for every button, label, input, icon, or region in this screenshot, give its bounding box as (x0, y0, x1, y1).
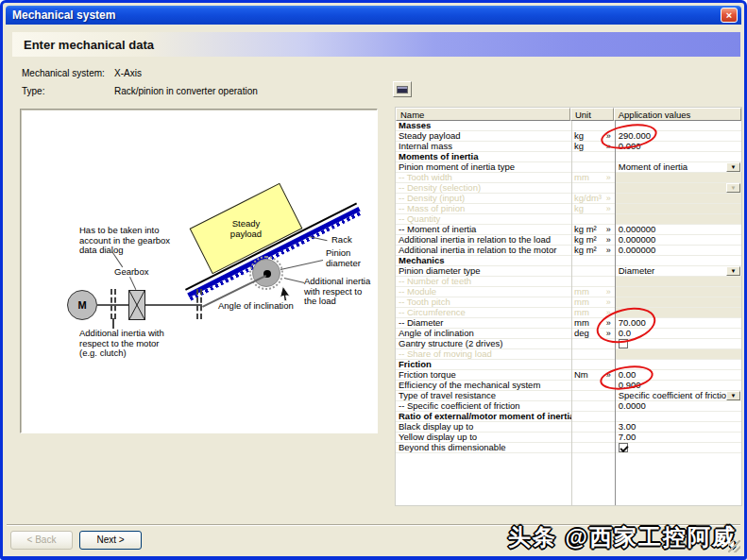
row-name: -- Mass of pinion (396, 204, 571, 213)
row-unit (571, 349, 615, 359)
load-inertia-note: Additional inertia with respect to the l… (304, 277, 370, 307)
row-value-cell: 0.00 (615, 370, 741, 380)
row-unit: kg m²» (571, 235, 615, 245)
table-row: Angle of inclinationdeg»0.0 (396, 329, 741, 339)
unit-text: mm (574, 287, 589, 297)
table-row: -- Circumferencemm» (396, 308, 741, 318)
table-row: -- Quantity (396, 214, 741, 225)
row-name: Type of travel resistance (396, 391, 571, 400)
row-unit: mm» (571, 173, 615, 182)
row-name: -- Density (selection) (396, 183, 571, 193)
unit-select-button[interactable]: » (606, 225, 611, 234)
dropdown-field[interactable]: Moment of inertia (619, 162, 688, 172)
row-name: Mechanics (396, 256, 571, 265)
pinion-gear-icon (252, 259, 280, 287)
title-bar[interactable]: Mechanical system × (6, 6, 741, 25)
row-unit: kg» (571, 204, 615, 213)
screen-icon-button[interactable] (393, 81, 412, 97)
unit-select-button[interactable]: » (606, 246, 611, 255)
row-name: Pinion moment of inertia type (396, 162, 571, 172)
checkbox[interactable] (619, 339, 628, 348)
row-unit: kg/dm³» (571, 194, 615, 203)
value-field[interactable]: 0.900 (619, 381, 641, 390)
table-row: Moments of inertia (396, 152, 741, 162)
row-value-cell (615, 256, 741, 265)
unit-text: kg m² (574, 225, 597, 234)
value-field[interactable]: 0.0000 (619, 401, 646, 411)
row-name: Efficiency of the mechanical system (396, 381, 571, 390)
row-name: Internal mass (396, 142, 571, 151)
row-unit (571, 401, 615, 411)
row-unit (571, 277, 615, 286)
table-row: Additional inertia in relation to the lo… (396, 235, 741, 246)
value-field[interactable]: 0.00 (619, 370, 637, 380)
table-row: Mechanics (396, 256, 741, 266)
resize-grip[interactable] (728, 540, 740, 552)
value-field[interactable]: 70.000 (619, 318, 646, 328)
unit-select-button: » (606, 204, 611, 213)
dropdown-arrow-icon[interactable]: ▼ (726, 391, 740, 400)
value-field[interactable]: 0.000 (619, 142, 641, 151)
value-field[interactable]: 0.000000 (619, 246, 656, 255)
table-header: Name Unit Application values (396, 108, 741, 121)
row-name: Yellow display up to (396, 433, 571, 442)
row-value-cell: Specific coefficient of friction▼ (615, 391, 741, 400)
row-value-cell: 0.000 (615, 142, 741, 151)
table-row: Yellow display up to7.00 (396, 433, 741, 443)
row-unit (571, 339, 615, 348)
gearbox-icon (128, 290, 145, 320)
column-header-unit[interactable]: Unit (570, 108, 614, 121)
pinion-diameter-label: Pinion diameter (326, 248, 361, 268)
dropdown-arrow-icon[interactable]: ▼ (726, 162, 740, 172)
row-value-cell: ▼ (615, 183, 741, 193)
unit-select-button[interactable]: » (606, 235, 611, 245)
value-field[interactable]: 0.000000 (619, 225, 656, 234)
row-name: -- Tooth width (396, 173, 571, 182)
dropdown-field[interactable]: Specific coefficient of friction (619, 391, 732, 400)
column-header-application-values[interactable]: Application values (614, 108, 741, 121)
table-row: Gantry structure (2 drives) (396, 339, 741, 349)
value-field[interactable]: 0.0 (619, 329, 631, 338)
coupling-load-icon (196, 289, 202, 319)
row-name: Moments of inertia (396, 152, 571, 161)
row-name: Additional inertia in relation to the lo… (396, 235, 571, 245)
row-value-cell (615, 443, 741, 452)
row-unit (571, 162, 615, 172)
column-divider (571, 121, 572, 505)
page-title: Enter mechanical data (12, 38, 154, 52)
unit-select-button[interactable]: » (606, 142, 611, 151)
next-button[interactable]: Next > (79, 531, 142, 550)
value-field[interactable]: 3.00 (619, 422, 637, 432)
dropdown-field[interactable]: Diameter (619, 266, 655, 276)
close-button[interactable]: × (721, 8, 738, 23)
row-value-cell (615, 308, 741, 317)
table-row: -- Moment of inertiakg m²»0.000000 (396, 225, 741, 235)
row-unit: mm» (571, 318, 615, 328)
data-table: Name Unit Application values MassesStead… (395, 107, 742, 506)
unit-select-button[interactable]: » (606, 318, 611, 328)
unit-text: Nm (574, 370, 588, 380)
row-unit: mm» (571, 297, 615, 307)
row-unit: kg m²» (571, 225, 615, 234)
row-unit (571, 152, 615, 161)
unit-select-button[interactable]: » (606, 370, 611, 380)
row-value-cell (615, 360, 741, 369)
leader-line (280, 260, 323, 270)
row-value-cell (615, 121, 741, 130)
back-button[interactable]: < Back (10, 531, 73, 550)
gearbox-label: Gearbox (114, 267, 148, 278)
banner: Enter mechanical data (12, 32, 740, 57)
value-field[interactable]: 290.000 (619, 131, 651, 141)
unit-select-button[interactable]: » (606, 329, 611, 338)
unit-select-button[interactable]: » (606, 131, 611, 141)
row-value-cell: 0.900 (615, 381, 741, 390)
motor-inertia-note: Additional inertia with respect to the m… (79, 329, 164, 359)
checkbox[interactable] (619, 443, 628, 452)
row-value-cell: 7.00 (615, 433, 741, 442)
value-field[interactable]: 7.00 (619, 433, 637, 442)
unit-select-button: » (606, 194, 611, 203)
dropdown-arrow-icon[interactable]: ▼ (726, 266, 740, 276)
value-field[interactable]: 0.000000 (619, 235, 656, 245)
row-name: Angle of inclination (396, 329, 571, 338)
column-header-name[interactable]: Name (396, 108, 570, 121)
